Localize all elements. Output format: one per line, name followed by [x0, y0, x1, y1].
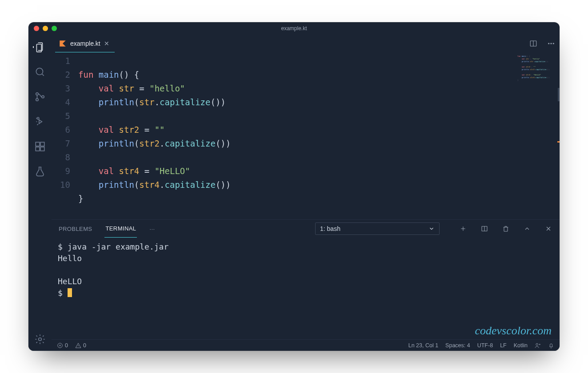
- window-title: example.kt: [28, 25, 560, 32]
- terminal-selector-label: 1: bash: [320, 225, 340, 232]
- more-actions-icon[interactable]: [546, 39, 556, 48]
- tab-more-icon[interactable]: ···: [148, 220, 156, 238]
- status-encoding[interactable]: UTF-8: [477, 342, 493, 349]
- svg-point-16: [536, 343, 538, 345]
- status-language[interactable]: Kotlin: [514, 342, 528, 349]
- status-bar: 0 0 Ln 23, Col 1 Spaces: 4 UTF-8 LF Kotl…: [52, 339, 560, 351]
- notifications-icon[interactable]: [548, 342, 554, 349]
- svg-point-9: [39, 338, 42, 341]
- svg-point-3: [42, 95, 44, 98]
- svg-rect-8: [40, 142, 44, 146]
- svg-point-0: [36, 68, 43, 75]
- editor-group: example.kt ✕ 12345678910 fun main() { va…: [52, 35, 560, 351]
- code-editor[interactable]: 12345678910 fun main() { val str = "hell…: [52, 52, 517, 219]
- minimap-marker: [557, 141, 560, 143]
- tab-example-kt[interactable]: example.kt ✕: [55, 35, 115, 52]
- split-editor-icon[interactable]: [528, 39, 538, 48]
- split-terminal-icon[interactable]: [480, 225, 489, 232]
- minimap-viewport[interactable]: [558, 88, 560, 101]
- settings-gear-icon[interactable]: [34, 333, 46, 345]
- new-terminal-icon[interactable]: [458, 225, 468, 232]
- terminal-selector[interactable]: 1: bash: [315, 222, 440, 235]
- titlebar: example.kt: [28, 22, 560, 35]
- status-eol[interactable]: LF: [500, 342, 507, 349]
- search-icon[interactable]: [34, 66, 46, 78]
- svg-point-4: [37, 117, 39, 119]
- kill-terminal-icon[interactable]: [501, 225, 511, 232]
- svg-rect-5: [36, 142, 40, 146]
- svg-rect-7: [40, 147, 44, 151]
- status-indentation[interactable]: Spaces: 4: [445, 342, 470, 349]
- editor-area: 12345678910 fun main() { val str = "hell…: [52, 52, 560, 219]
- status-warnings[interactable]: 0: [75, 342, 86, 349]
- watermark-text: codevscolor.com: [475, 325, 552, 337]
- close-tab-icon[interactable]: ✕: [104, 40, 109, 47]
- maximize-panel-icon[interactable]: [522, 225, 532, 232]
- activity-bar: [28, 35, 52, 351]
- editor-tabs: example.kt ✕: [52, 35, 560, 52]
- tab-terminal[interactable]: TERMINAL: [104, 220, 137, 238]
- terminal-cursor: [68, 288, 72, 297]
- panel-tabs: PROBLEMS TERMINAL ··· 1: bash: [52, 220, 560, 238]
- minimap[interactable]: fun main() { val str = "hello" println(s…: [517, 52, 560, 219]
- explorer-icon[interactable]: [34, 41, 46, 53]
- debug-icon[interactable]: [34, 115, 46, 128]
- app-window: example.kt: [28, 22, 560, 351]
- svg-point-12: [551, 43, 552, 44]
- extensions-icon[interactable]: [34, 140, 46, 153]
- svg-point-2: [36, 99, 38, 101]
- svg-point-1: [36, 93, 38, 95]
- feedback-icon[interactable]: [535, 342, 541, 349]
- status-cursor-position[interactable]: Ln 23, Col 1: [408, 342, 438, 349]
- tab-label: example.kt: [70, 40, 100, 47]
- kotlin-file-icon: [59, 40, 67, 48]
- testing-icon[interactable]: [34, 165, 46, 178]
- svg-point-11: [548, 43, 549, 44]
- svg-point-13: [553, 43, 554, 44]
- close-panel-icon[interactable]: [544, 225, 553, 232]
- code-content: fun main() { val str = "hello" println(s…: [78, 54, 517, 219]
- bottom-panel: PROBLEMS TERMINAL ··· 1: bash $ java -ja…: [52, 219, 560, 339]
- status-errors[interactable]: 0: [57, 342, 68, 349]
- chevron-down-icon: [428, 226, 435, 232]
- tab-problems[interactable]: PROBLEMS: [58, 220, 93, 238]
- line-numbers: 12345678910: [52, 54, 78, 219]
- terminal-output[interactable]: $ java -jar example.jar Hello HeLLO $ co…: [52, 238, 560, 339]
- source-control-icon[interactable]: [34, 91, 46, 103]
- svg-rect-6: [36, 147, 40, 151]
